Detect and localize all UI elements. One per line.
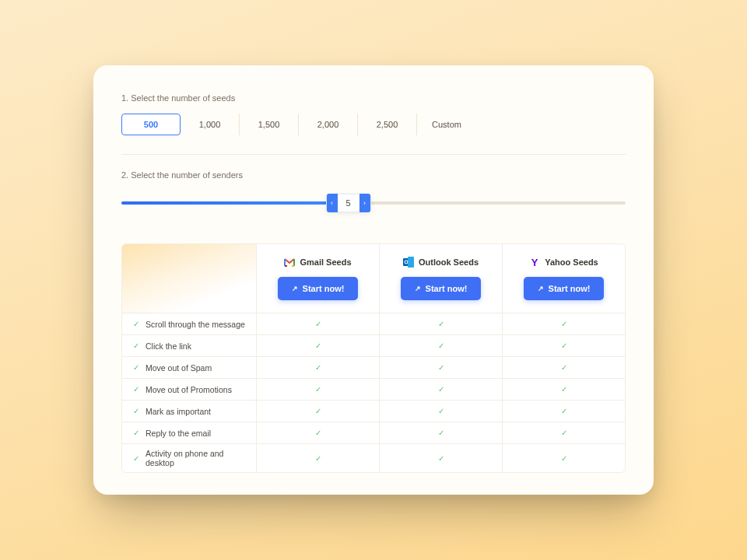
table-row: ✓ Click the link ✓ ✓ ✓ bbox=[122, 334, 625, 356]
check-icon: ✓ bbox=[561, 341, 567, 350]
cell-check: ✓ bbox=[379, 444, 502, 472]
check-icon: ✓ bbox=[438, 429, 444, 437]
sender-slider[interactable]: ‹ 5 › bbox=[121, 191, 626, 215]
check-icon: ✓ bbox=[561, 385, 567, 394]
seed-option-custom[interactable]: Custom bbox=[417, 114, 476, 135]
svg-rect-1 bbox=[408, 257, 414, 268]
gmail-icon bbox=[284, 257, 295, 268]
outlook-icon bbox=[403, 257, 414, 268]
seed-option-2500[interactable]: 2,500 bbox=[358, 114, 417, 135]
check-icon: ✓ bbox=[133, 454, 139, 463]
arrow-up-right-icon: ↗ bbox=[415, 285, 421, 292]
provider-gmail: Gmail Seeds bbox=[265, 257, 371, 268]
cell-check: ✓ bbox=[256, 401, 379, 422]
feature-cell: ✓ Move out of Spam bbox=[122, 357, 256, 378]
check-icon: ✓ bbox=[315, 407, 321, 415]
start-button-gmail[interactable]: ↗ Start now! bbox=[278, 277, 359, 300]
step1-label: 1. Select the number of seeds bbox=[121, 93, 626, 103]
check-icon: ✓ bbox=[315, 363, 321, 372]
feature-cell: ✓ Click the link bbox=[122, 335, 256, 356]
check-icon: ✓ bbox=[133, 341, 139, 350]
check-icon: ✓ bbox=[315, 454, 321, 463]
pricing-card: 1. Select the number of seeds 500 1,000 … bbox=[93, 65, 654, 495]
check-icon: ✓ bbox=[438, 320, 444, 328]
feature-label: Move out of Promotions bbox=[146, 385, 232, 394]
check-icon: ✓ bbox=[315, 385, 321, 394]
provider-outlook: Outlook Seeds bbox=[388, 257, 494, 268]
check-icon: ✓ bbox=[438, 407, 444, 415]
check-icon: ✓ bbox=[133, 320, 139, 328]
provider-label: Yahoo Seeds bbox=[545, 257, 598, 267]
cell-check: ✓ bbox=[502, 357, 625, 378]
seed-option-2000[interactable]: 2,000 bbox=[299, 114, 358, 135]
start-button-outlook[interactable]: ↗ Start now! bbox=[401, 277, 482, 300]
cell-check: ✓ bbox=[256, 422, 379, 443]
cell-check: ✓ bbox=[379, 401, 502, 422]
cell-check: ✓ bbox=[256, 444, 379, 472]
check-icon: ✓ bbox=[133, 385, 139, 394]
feature-cell: ✓ Move out of Promotions bbox=[122, 379, 256, 400]
check-icon: ✓ bbox=[133, 407, 139, 415]
check-icon: ✓ bbox=[561, 407, 567, 415]
check-icon: ✓ bbox=[561, 363, 567, 372]
cell-check: ✓ bbox=[256, 335, 379, 356]
check-icon: ✓ bbox=[315, 341, 321, 350]
feature-cell: ✓ Mark as important bbox=[122, 401, 256, 422]
cell-check: ✓ bbox=[256, 357, 379, 378]
cell-check: ✓ bbox=[502, 335, 625, 356]
feature-cell: ✓ Scroll through the message bbox=[122, 313, 256, 334]
table-row: ✓ Scroll through the message ✓ ✓ ✓ bbox=[122, 313, 625, 334]
cell-check: ✓ bbox=[379, 357, 502, 378]
check-icon: ✓ bbox=[438, 385, 444, 394]
seed-option-1000[interactable]: 1,000 bbox=[181, 114, 240, 135]
cell-check: ✓ bbox=[502, 313, 625, 334]
slider-handle[interactable]: ‹ 5 › bbox=[326, 194, 371, 212]
step2-label: 2. Select the number of senders bbox=[121, 170, 626, 180]
cell-check: ✓ bbox=[256, 379, 379, 400]
feature-cell: ✓ Activity on phone and desktop bbox=[122, 444, 256, 472]
yahoo-icon: Y bbox=[529, 257, 540, 268]
table-row: ✓ Move out of Spam ✓ ✓ ✓ bbox=[122, 356, 625, 378]
check-icon: ✓ bbox=[438, 341, 444, 350]
check-icon: ✓ bbox=[561, 454, 567, 463]
feature-label: Click the link bbox=[146, 341, 191, 351]
provider-label: Outlook Seeds bbox=[419, 257, 479, 267]
check-icon: ✓ bbox=[561, 429, 567, 437]
column-outlook: Outlook Seeds ↗ Start now! bbox=[379, 244, 502, 313]
arrow-up-right-icon: ↗ bbox=[538, 285, 544, 292]
feature-label: Move out of Spam bbox=[146, 363, 212, 373]
cell-check: ✓ bbox=[379, 379, 502, 400]
start-label: Start now! bbox=[549, 284, 591, 293]
feature-label: Activity on phone and desktop bbox=[146, 449, 248, 467]
column-yahoo: Y Yahoo Seeds ↗ Start now! bbox=[502, 244, 625, 313]
check-icon: ✓ bbox=[438, 363, 444, 372]
feature-cell: ✓ Reply to the email bbox=[122, 422, 256, 443]
feature-label: Scroll through the message bbox=[146, 320, 245, 329]
start-button-yahoo[interactable]: ↗ Start now! bbox=[524, 277, 605, 300]
table-header: Gmail Seeds ↗ Start now! bbox=[122, 244, 625, 313]
seed-option-500[interactable]: 500 bbox=[121, 114, 181, 135]
cell-check: ✓ bbox=[379, 422, 502, 443]
column-gmail: Gmail Seeds ↗ Start now! bbox=[256, 244, 379, 313]
table-row: ✓ Move out of Promotions ✓ ✓ ✓ bbox=[122, 378, 625, 400]
check-icon: ✓ bbox=[133, 429, 139, 437]
svg-text:Y: Y bbox=[531, 257, 538, 268]
table-row: ✓ Mark as important ✓ ✓ ✓ bbox=[122, 400, 625, 422]
seed-option-1500[interactable]: 1,500 bbox=[240, 114, 299, 135]
provider-yahoo: Y Yahoo Seeds bbox=[510, 257, 617, 268]
check-icon: ✓ bbox=[133, 363, 139, 372]
chevron-left-icon[interactable]: ‹ bbox=[327, 194, 338, 212]
chevron-right-icon[interactable]: › bbox=[359, 194, 370, 212]
check-icon: ✓ bbox=[315, 320, 321, 328]
start-label: Start now! bbox=[426, 284, 468, 293]
start-label: Start now! bbox=[303, 284, 345, 293]
header-spacer bbox=[122, 244, 256, 313]
table-row: ✓ Activity on phone and desktop ✓ ✓ ✓ bbox=[122, 443, 625, 472]
cell-check: ✓ bbox=[502, 422, 625, 443]
slider-fill bbox=[121, 201, 349, 205]
cell-check: ✓ bbox=[379, 335, 502, 356]
cell-check: ✓ bbox=[502, 379, 625, 400]
cell-check: ✓ bbox=[502, 444, 625, 472]
table-row: ✓ Reply to the email ✓ ✓ ✓ bbox=[122, 422, 625, 443]
check-icon: ✓ bbox=[315, 429, 321, 437]
